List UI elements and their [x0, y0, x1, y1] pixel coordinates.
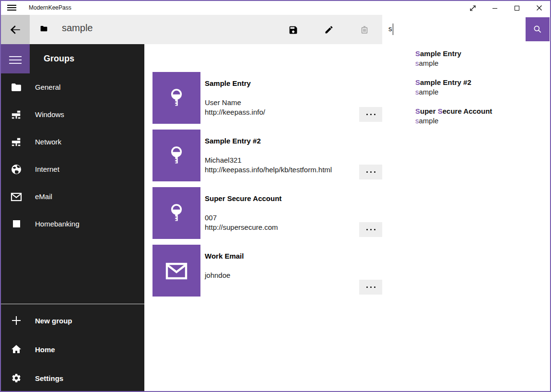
- key-icon: [166, 202, 187, 224]
- entry-tile[interactable]: [152, 130, 200, 181]
- entry-more-button[interactable]: [359, 107, 382, 122]
- close-icon: [536, 5, 542, 11]
- trash-icon: [360, 25, 369, 35]
- suggestion-subtitle: sample: [415, 116, 550, 126]
- sidebar-divider: [1, 304, 144, 304]
- minimize-icon: [492, 5, 498, 11]
- delete-button[interactable]: [353, 18, 376, 41]
- suggestion-item[interactable]: Sample Entry sample: [382, 47, 550, 75]
- entry-url: http://supersecure.com: [205, 223, 278, 232]
- globe-icon: [11, 164, 22, 175]
- home-icon: [11, 344, 22, 355]
- entry-row[interactable]: Sample Entry #2 Michael321 http://keepas…: [152, 130, 421, 181]
- save-button[interactable]: [281, 18, 305, 41]
- key-icon: [166, 87, 187, 108]
- entry-more-button[interactable]: [359, 222, 382, 237]
- sidebar-item-label: eMail: [35, 192, 52, 201]
- app-window: ModernKeePass: [0, 0, 551, 392]
- entry-more-button[interactable]: [359, 280, 382, 295]
- menu-button[interactable]: [1, 44, 30, 73]
- back-arrow-icon: [9, 24, 22, 36]
- sidebar-item-label: Settings: [35, 374, 63, 382]
- entry-url: http://keepass.info/help/kb/testform.htm…: [205, 165, 332, 175]
- entry-tile[interactable]: [152, 187, 200, 239]
- network-icon: [11, 136, 22, 148]
- entry-more-button[interactable]: [359, 165, 382, 179]
- entry-row[interactable]: Sample Entry User Name http://keepass.in…: [152, 72, 421, 124]
- maximize-icon: [514, 5, 520, 11]
- minimize-button[interactable]: [484, 1, 506, 15]
- sidebar-item-label: Network: [35, 138, 61, 146]
- suggestion-subtitle: sample: [415, 87, 550, 97]
- sidebar-item-internet[interactable]: Internet: [1, 155, 144, 183]
- entry-title: Sample Entry #2: [205, 136, 261, 146]
- database-name: sample: [62, 23, 93, 34]
- sidebar-item-label: Homebanking: [35, 220, 80, 228]
- sidebar-item-label: Windows: [35, 110, 64, 119]
- suggestion-title: Sample Entry: [415, 49, 550, 59]
- sidebar-item-label: Home: [35, 345, 55, 354]
- window-controls: [462, 1, 550, 15]
- sidebar-item-network[interactable]: Network: [1, 128, 144, 155]
- fullscreen-icon: [469, 5, 476, 12]
- sidebar-item-label: New group: [35, 317, 72, 325]
- titlebar: ModernKeePass: [1, 1, 550, 15]
- database-folder-icon: [40, 25, 47, 32]
- suggestion-title: Super Secure Account: [415, 107, 550, 116]
- entry-title: Work Email: [205, 251, 244, 261]
- sidebar-item-email[interactable]: eMail: [1, 183, 144, 210]
- window-title: ModernKeePass: [29, 4, 71, 11]
- titlebar-hamburger-icon[interactable]: [7, 4, 16, 11]
- sidebar-item-homebanking[interactable]: Homebanking: [1, 210, 144, 238]
- gear-icon: [11, 372, 22, 384]
- entry-username: johndoe: [205, 271, 230, 280]
- floppy-save-icon: [288, 25, 298, 35]
- search-input[interactable]: s: [388, 24, 392, 33]
- sidebar: Groups General Windows: [1, 44, 144, 391]
- close-button[interactable]: [528, 1, 550, 15]
- network-icon: [11, 109, 22, 120]
- text-caret: [393, 24, 393, 35]
- entry-username: 007: [205, 213, 217, 223]
- sidebar-item-new-group[interactable]: New group: [1, 306, 144, 335]
- entry-row[interactable]: Super Secure Account 007 http://supersec…: [152, 187, 421, 239]
- search-box[interactable]: s: [382, 15, 550, 44]
- plus-icon: [11, 315, 22, 326]
- fullscreen-button[interactable]: [462, 1, 484, 15]
- search-suggestions: Sample Entry sample Sample Entry #2 samp…: [382, 44, 550, 131]
- edit-button[interactable]: [317, 18, 340, 41]
- pencil-edit-icon: [324, 25, 334, 35]
- entry-username: User Name: [205, 98, 241, 107]
- entry-title: Sample Entry: [205, 79, 251, 88]
- suggestion-title: Sample Entry #2: [415, 78, 550, 87]
- suggestion-item[interactable]: Super Secure Account sample: [382, 104, 550, 133]
- envelope-icon: [11, 191, 22, 202]
- envelope-icon: [164, 261, 188, 280]
- sidebar-item-settings[interactable]: Settings: [1, 364, 144, 392]
- folder-icon: [11, 82, 22, 93]
- groups-heading: Groups: [44, 44, 74, 73]
- entry-title: Super Secure Account: [205, 194, 281, 203]
- sidebar-item-general[interactable]: General: [1, 73, 144, 101]
- suggestion-item[interactable]: Sample Entry #2 sample: [382, 75, 550, 104]
- entry-tile[interactable]: [152, 72, 200, 124]
- sidebar-item-label: Internet: [35, 165, 59, 173]
- sidebar-item-label: General: [35, 83, 60, 91]
- app-toolbar: sample s: [1, 15, 550, 44]
- entry-row[interactable]: Work Email johndoe: [152, 245, 421, 297]
- back-button[interactable]: [1, 15, 30, 44]
- maximize-button[interactable]: [506, 1, 528, 15]
- suggestion-subtitle: sample: [415, 59, 550, 68]
- hamburger-icon: [9, 56, 22, 64]
- entry-tile[interactable]: [152, 245, 200, 297]
- key-icon: [166, 145, 187, 166]
- magnifier-icon: [533, 24, 542, 34]
- search-button[interactable]: [526, 17, 550, 41]
- sidebar-item-windows[interactable]: Windows: [1, 101, 144, 128]
- square-icon: [11, 218, 22, 230]
- entry-url: http://keepass.info/: [205, 107, 265, 117]
- entry-username: Michael321: [205, 155, 242, 165]
- sidebar-item-home[interactable]: Home: [1, 335, 144, 364]
